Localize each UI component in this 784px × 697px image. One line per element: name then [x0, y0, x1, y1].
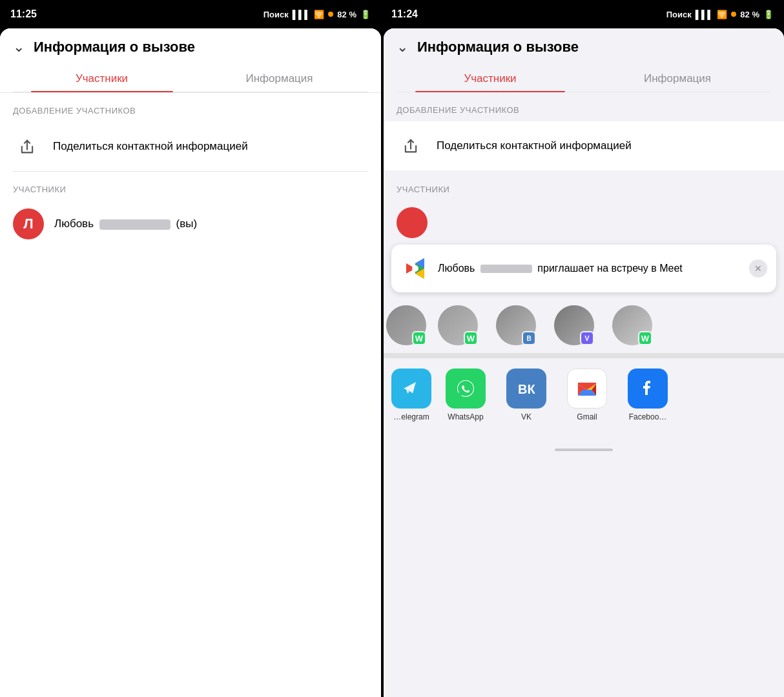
left-header-row: ⌄ Информация о вызове: [13, 39, 368, 65]
right-share-icon: [397, 132, 425, 160]
right-tab-info[interactable]: Информация: [584, 65, 771, 92]
left-status-bar: 11:25 Поиск ▌▌▌ 🛜 82 % 🔋: [0, 0, 381, 28]
left-tab-participants[interactable]: Участники: [13, 65, 191, 92]
screens-container: ⌄ Информация о вызове Участники Информац…: [0, 28, 784, 697]
contact-avatar-wrap-3: V: [554, 305, 594, 345]
contact-badge-3: V: [580, 331, 594, 345]
contact-avatar-wrap-1: W: [438, 305, 478, 345]
app-item-gmail[interactable]: Gmail: [558, 369, 616, 421]
app-item-vk[interactable]: ВК VK: [497, 369, 555, 421]
svg-point-6: [412, 265, 418, 272]
left-time: 11:25: [10, 8, 37, 20]
contact-badge-0: W: [412, 331, 426, 345]
wifi-icon: 🛜: [314, 10, 324, 19]
right-share-row[interactable]: Поделиться контактной информацией: [384, 121, 784, 170]
left-share-row[interactable]: Поделиться контактной информацией: [0, 122, 381, 171]
left-section-add-label: ДОБАВЛЕНИЕ УЧАСТНИКОВ: [0, 93, 381, 122]
battery-icon-left: 🔋: [360, 10, 371, 19]
status-bars: 11:25 Поиск ▌▌▌ 🛜 82 % 🔋 11:24 Поиск ▌▌▌…: [0, 0, 784, 28]
contact-avatar-wrap-2: В: [496, 305, 536, 345]
whatsapp-label: WhatsApp: [448, 412, 483, 421]
app-item-facebook[interactable]: Faceboo…: [619, 369, 677, 421]
left-header: ⌄ Информация о вызове Участники Информац…: [0, 28, 381, 93]
contact-item-3[interactable]: V: [545, 305, 603, 345]
facebook-label: Faceboo…: [629, 412, 667, 421]
right-screen: ⌄ Информация о вызове Участники Информац…: [384, 28, 784, 697]
signal-icon-right: ▌▌▌: [696, 10, 714, 19]
right-share-text: Поделиться контактной информацией: [437, 139, 632, 153]
right-battery: 82 %: [740, 10, 759, 19]
left-tab-info[interactable]: Информация: [191, 65, 368, 92]
telegram-app-icon: [391, 369, 431, 409]
contact-badge-1: W: [464, 331, 478, 345]
left-participant-name: Любовь (вы): [54, 217, 197, 230]
right-tabs: Участники Информация: [397, 65, 771, 92]
right-section-participants-label: УЧАСТНИКИ: [384, 172, 784, 201]
bottom-area-right: [384, 430, 784, 456]
battery-dot-right: [731, 12, 736, 17]
meet-notification-text: Любовь приглашает на встречу в Meet: [438, 263, 741, 274]
left-share-text: Поделиться контактной информацией: [53, 139, 248, 154]
right-status-bar: 11:24 Поиск ▌▌▌ 🛜 82 % 🔋: [381, 0, 784, 28]
contact-badge-2: В: [522, 331, 536, 345]
battery-dot-left: [328, 12, 333, 17]
right-status-icons: Поиск ▌▌▌ 🛜 82 % 🔋: [666, 10, 774, 19]
right-time: 11:24: [391, 8, 418, 20]
contact-badge-4: W: [638, 331, 652, 345]
signal-icon: ▌▌▌: [293, 10, 311, 19]
contact-item-2[interactable]: В: [487, 305, 545, 345]
whatsapp-app-icon: [446, 369, 486, 409]
battery-icon-right: 🔋: [763, 10, 774, 19]
telegram-label: …elegram: [393, 412, 429, 421]
facebook-app-icon: [628, 369, 668, 409]
right-partial-avatar: [397, 207, 428, 238]
share-icon: [13, 132, 41, 161]
right-section-add-label: ДОБАВЛЕНИЕ УЧАСТНИКОВ: [384, 92, 784, 121]
notification-close-button[interactable]: ✕: [749, 259, 767, 278]
right-header-title: Информация о вызове: [417, 39, 579, 56]
contacts-scroll[interactable]: W W В: [384, 298, 784, 353]
left-carrier: Поиск: [263, 10, 289, 19]
left-tabs: Участники Информация: [13, 65, 368, 92]
left-screen-content: ДОБАВЛЕНИЕ УЧАСТНИКОВ Поделиться контакт…: [0, 93, 381, 697]
left-battery: 82 %: [337, 10, 356, 19]
right-header: ⌄ Информация о вызове Участники Информац…: [384, 28, 784, 92]
left-header-title: Информация о вызове: [34, 39, 195, 56]
left-participant-avatar: Л: [13, 208, 44, 239]
left-status-icons: Поиск ▌▌▌ 🛜 82 % 🔋: [263, 10, 371, 19]
wifi-icon-right: 🛜: [717, 10, 727, 19]
left-chevron-down[interactable]: ⌄: [13, 39, 25, 56]
home-indicator-right: [555, 449, 613, 451]
left-section-participants-label: УЧАСТНИКИ: [0, 172, 381, 201]
left-screen: ⌄ Информация о вызове Участники Информац…: [0, 28, 381, 697]
right-tab-participants[interactable]: Участники: [397, 65, 584, 92]
right-screen-content: ДОБАВЛЕНИЕ УЧАСТНИКОВ Поделиться контакт…: [384, 92, 784, 697]
meet-notification[interactable]: Любовь приглашает на встречу в Meet ✕: [391, 245, 776, 292]
notification-redacted-name: [480, 265, 532, 273]
app-item-telegram[interactable]: …elegram: [389, 369, 434, 421]
meet-icon: [400, 254, 430, 283]
redacted-surname-left: [99, 219, 170, 230]
contact-item-1[interactable]: W: [429, 305, 487, 345]
right-header-row: ⌄ Информация о вызове: [397, 39, 771, 65]
app-row: …elegram WhatsApp ВК VK: [384, 359, 784, 430]
vk-label: VK: [521, 412, 531, 421]
contact-avatar-wrap-0: W: [386, 305, 426, 345]
contact-avatar-wrap-4: W: [612, 305, 652, 345]
right-carrier: Поиск: [666, 10, 692, 19]
app-item-whatsapp[interactable]: WhatsApp: [437, 369, 495, 421]
vk-app-icon: ВК: [506, 369, 546, 409]
scroll-indicator: [384, 353, 784, 358]
gmail-app-icon: [567, 369, 607, 409]
gmail-label: Gmail: [577, 412, 597, 421]
contact-item-0[interactable]: W: [384, 305, 429, 345]
right-chevron-down[interactable]: ⌄: [397, 39, 408, 56]
svg-text:ВК: ВК: [518, 382, 535, 396]
contact-item-4[interactable]: W: [603, 305, 661, 345]
left-participant-row[interactable]: Л Любовь (вы): [0, 201, 381, 247]
